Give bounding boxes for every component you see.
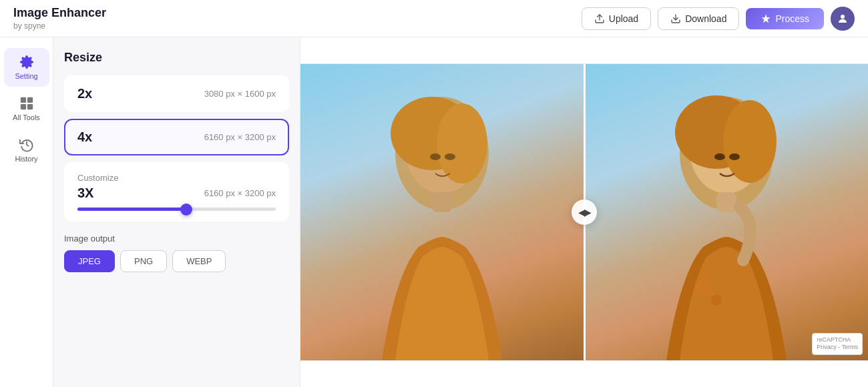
image-right [586,64,869,360]
app-name-block: Image Enhancer by spyne [13,6,106,31]
sidebar-item-history[interactable]: History [4,131,49,169]
header: Image Enhancer by spyne Upload Download … [0,0,868,37]
recaptcha-text: reCAPTCHA [817,336,858,344]
sidebar-item-all-tools-label: All Tools [13,113,40,121]
avatar[interactable] [831,7,855,31]
svg-rect-4 [27,97,32,103]
person-right [586,87,867,360]
canvas-top-bar [300,37,868,64]
canvas-area: ◀▶ [300,37,868,387]
customize-box: Customize 3X 6160 px × 3200 px [64,162,289,222]
svg-rect-6 [27,104,32,109]
gear-icon [19,55,34,69]
recaptcha-badge: reCAPTCHA Privacy - Terms [812,333,863,355]
history-icon [19,137,34,152]
resize-4x-dims: 6160 px × 3200 px [204,132,276,142]
svg-rect-5 [20,104,25,109]
svg-point-22 [729,153,740,160]
sidebar-item-all-tools[interactable]: All Tools [4,89,49,128]
sidebar-item-setting[interactable]: Setting [4,48,49,87]
slider-thumb[interactable] [180,204,192,216]
format-png-button[interactable]: PNG [120,250,167,272]
customize-row: 3X 6160 px × 3200 px [77,185,276,201]
resize-2x-label: 2x [77,86,92,101]
svg-point-17 [723,100,777,183]
process-button[interactable]: Process [746,8,824,29]
app-subtitle: by spyne [13,21,106,31]
svg-point-13 [445,153,455,160]
upload-button[interactable]: Upload [582,7,651,30]
svg-point-2 [841,15,845,19]
customize-value: 3X [77,185,93,201]
output-formats: JPEG PNG WEBP [64,250,289,272]
svg-rect-3 [20,97,25,103]
slider-fill [77,208,186,211]
panel: Resize 2x 3080 px × 1600 px 4x 6160 px ×… [53,37,300,387]
main: Setting All Tools History Resize 2x [0,37,868,387]
image-container: ◀▶ [300,64,868,360]
output-label: Image output [64,234,289,244]
app-title: Image Enhancer [13,6,106,20]
divider-handle[interactable]: ◀▶ [572,200,597,225]
person-left [302,87,582,360]
svg-rect-11 [432,192,452,212]
svg-rect-18 [716,192,736,212]
image-left [300,64,584,360]
svg-point-10 [437,103,487,183]
panel-title: Resize [64,51,289,65]
download-icon [670,13,681,24]
slider-track[interactable] [77,208,276,211]
svg-point-12 [430,153,441,160]
header-actions: Upload Download Process [582,7,855,31]
resize-option-4x[interactable]: 4x 6160 px × 3200 px [64,119,289,155]
resize-option-2x[interactable]: 2x 3080 px × 1600 px [64,75,289,112]
tools-icon [19,96,34,111]
format-webp-button[interactable]: WEBP [172,250,226,272]
customize-dims: 6160 px × 3200 px [204,188,276,198]
sidebar: Setting All Tools History [0,37,53,387]
recaptcha-links: Privacy - Terms [817,344,858,352]
sidebar-item-history-label: History [15,155,37,163]
sparkle-icon [761,13,771,24]
person-icon [837,13,849,25]
resize-2x-dims: 3080 px × 1600 px [204,89,276,99]
svg-point-19 [695,279,711,295]
header-left: Image Enhancer by spyne [13,6,106,31]
svg-point-20 [711,295,722,306]
svg-point-21 [714,153,725,160]
resize-4x-label: 4x [77,129,92,145]
handle-arrows-icon: ◀▶ [578,207,590,218]
upload-icon [594,13,605,24]
output-section: Image output JPEG PNG WEBP [64,234,289,272]
format-jpeg-button[interactable]: JPEG [64,250,115,272]
canvas-bottom-bar [300,360,868,387]
sidebar-item-setting-label: Setting [15,72,37,80]
download-button[interactable]: Download [658,7,739,30]
customize-title: Customize [77,173,276,183]
